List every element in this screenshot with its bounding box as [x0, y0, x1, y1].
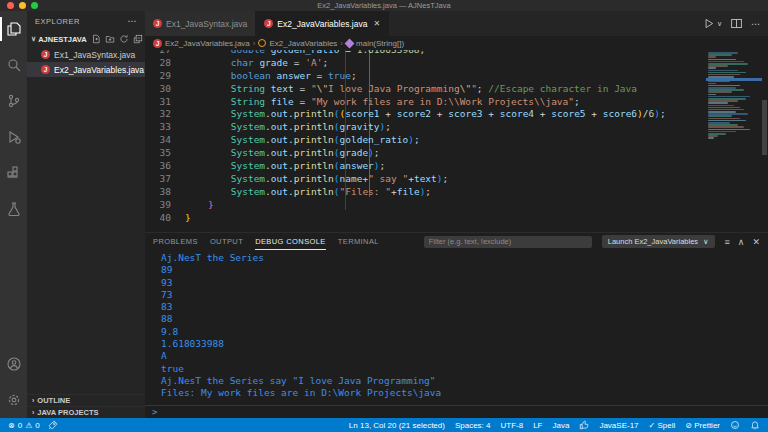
account-icon[interactable]: [0, 346, 27, 382]
console-lines-icon[interactable]: ≡: [725, 237, 730, 247]
minimap[interactable]: [708, 52, 760, 140]
code-line[interactable]: 39 }: [145, 199, 768, 212]
status-item[interactable]: LF: [533, 421, 542, 430]
breadcrumb-separator-icon: ›: [253, 39, 256, 48]
settings-gear-icon[interactable]: [0, 382, 27, 418]
explorer-more-icon[interactable]: ⋯: [128, 16, 138, 26]
code-text: double golden_ratio = 1.618033988;: [185, 50, 425, 57]
editor-tab[interactable]: JEx1_JavaSyntax.java: [145, 11, 256, 36]
code-text: char grade = 'A';: [185, 57, 328, 70]
code-line[interactable]: 40}: [145, 212, 768, 225]
java-file-icon: J: [264, 19, 273, 28]
close-panel-icon[interactable]: ✕: [752, 237, 760, 247]
code-line[interactable]: 34 System.out.println(golden_ratio);: [145, 134, 768, 147]
status-item[interactable]: JavaSE-17: [599, 421, 638, 430]
editor-more-actions-icon[interactable]: ⋯: [751, 19, 760, 29]
source-control-icon[interactable]: [0, 83, 27, 119]
code-text: }: [185, 212, 191, 225]
close-tab-icon[interactable]: ✕: [373, 19, 380, 28]
maximize-panel-icon[interactable]: ∧: [738, 237, 745, 247]
status-item[interactable]: ⊘ Prettier: [685, 421, 720, 430]
new-file-icon[interactable]: [91, 34, 101, 44]
breadcrumb-item[interactable]: main(String[]): [346, 39, 404, 48]
chevron-down-icon: ∨: [31, 35, 36, 43]
code-line[interactable]: 38 System.out.println("Files: "+file);: [145, 186, 768, 199]
line-number: 27: [145, 50, 185, 57]
console-output-line: A: [161, 350, 768, 362]
editor-tab-bar: JEx1_JavaSyntax.javaJEx2_JavaVariables.j…: [145, 11, 768, 36]
status-item[interactable]: Ln 13, Col 20 (21 selected): [349, 421, 445, 430]
console-filter-input[interactable]: [424, 236, 592, 248]
rocket-icon[interactable]: [48, 420, 58, 430]
java-projects-section[interactable]: › JAVA PROJECTS: [27, 406, 145, 418]
line-number: 28: [145, 57, 185, 70]
line-number: 40: [145, 212, 185, 225]
status-item[interactable]: Java: [553, 421, 570, 430]
code-line[interactable]: 27 double golden_ratio = 1.618033988;: [145, 50, 768, 57]
java-file-icon: J: [41, 65, 50, 74]
launch-config-label: Launch Ex2_JavaVariables: [608, 237, 698, 246]
line-number: 33: [145, 121, 185, 134]
explorer-icon[interactable]: [0, 11, 27, 47]
code-line[interactable]: 29 boolean answer = true;: [145, 70, 768, 83]
debug-console-input[interactable]: >: [145, 405, 768, 418]
code-editor[interactable]: 27 double golden_ratio = 1.618033988;28 …: [145, 50, 768, 232]
problems-status[interactable]: ⊗ 0 ⚠ 0: [8, 421, 40, 430]
workspace-folder-row[interactable]: ∨ AJNESTJAVA: [27, 31, 145, 47]
breadcrumb-item[interactable]: JEx2_JavaVariables.java: [153, 39, 250, 48]
new-folder-icon[interactable]: [105, 34, 115, 44]
java-file-icon: J: [41, 50, 50, 59]
warning-icon: ⚠: [25, 421, 32, 430]
panel-tab-terminal[interactable]: TERMINAL: [338, 233, 379, 250]
split-editor-icon[interactable]: [730, 17, 743, 30]
debug-console-output[interactable]: Aj.NesT the Series89937383889.81.6180339…: [145, 250, 768, 405]
code-text: System.out.println((score1 + score2 + sc…: [185, 108, 666, 121]
workspace-folder-label: AJNESTJAVA: [38, 35, 86, 44]
file-name-label: Ex1_JavaSyntax.java: [54, 50, 135, 60]
search-icon[interactable]: [0, 47, 27, 83]
code-line[interactable]: 28 char grade = 'A';: [145, 57, 768, 70]
run-options-chevron-icon[interactable]: ∨: [717, 20, 722, 28]
code-line[interactable]: 36 System.out.println(answer);: [145, 160, 768, 173]
console-output-line: 89: [161, 264, 768, 276]
status-bar: ⊗ 0 ⚠ 0 Ln 13, Col 20 (21 selected)Space…: [0, 418, 768, 432]
window-title: Ex2_JavaVariables.java — AJNesTJava: [0, 1, 768, 10]
outline-section[interactable]: › OUTLINE: [27, 394, 145, 406]
code-line[interactable]: 37 System.out.println(name+" say "+text)…: [145, 173, 768, 186]
warning-count: 0: [35, 421, 39, 430]
launch-config-dropdown[interactable]: Launch Ex2_JavaVariables ∨: [602, 235, 715, 248]
code-line[interactable]: 31 String file = "My work files are in D…: [145, 96, 768, 109]
code-line[interactable]: 32 System.out.println((score1 + score2 +…: [145, 108, 768, 121]
code-line[interactable]: 35 System.out.println(grade);: [145, 147, 768, 160]
bell-icon[interactable]: [750, 420, 760, 430]
line-number: 35: [145, 147, 185, 160]
status-item[interactable]: ✓ Spell: [649, 421, 676, 430]
run-java-icon[interactable]: [702, 17, 715, 30]
feedback-icon[interactable]: [730, 420, 740, 430]
breadcrumb-item[interactable]: Ex2_JavaVariables: [258, 39, 337, 48]
code-text: System.out.println(golden_ratio);: [185, 134, 420, 147]
extensions-icon[interactable]: [0, 155, 27, 191]
file-name-label: Ex2_JavaVariables.java: [54, 65, 144, 75]
activity-bar: [0, 11, 27, 418]
refresh-icon[interactable]: [119, 34, 129, 44]
file-tree-item[interactable]: JEx2_JavaVariables.java: [27, 62, 145, 77]
testing-icon[interactable]: [0, 191, 27, 227]
editor-tab[interactable]: JEx2_JavaVariables.java✕: [256, 11, 389, 36]
code-line[interactable]: 30 String text = "\"I love Java Programm…: [145, 83, 768, 96]
collapse-all-icon[interactable]: [133, 34, 143, 44]
breadcrumb-label: Ex2_JavaVariables: [269, 39, 337, 48]
panel-tab-problems[interactable]: PROBLEMS: [153, 233, 198, 250]
console-output-line: 1.618033988: [161, 338, 768, 350]
code-line[interactable]: 33 System.out.println(gravity);: [145, 121, 768, 134]
editor-scrollbar[interactable]: [762, 100, 767, 155]
status-item[interactable]: Spaces: 4: [455, 421, 491, 430]
file-tree-item[interactable]: JEx1_JavaSyntax.java: [27, 47, 145, 62]
minimap-selection-highlight: [706, 78, 762, 81]
panel-tab-output[interactable]: OUTPUT: [210, 233, 243, 250]
line-number: 30: [145, 83, 185, 96]
thumbs-up-icon[interactable]: [579, 420, 589, 430]
status-item[interactable]: UTF-8: [501, 421, 524, 430]
run-debug-icon[interactable]: [0, 119, 27, 155]
panel-tab-debug-console[interactable]: DEBUG CONSOLE: [255, 233, 326, 250]
